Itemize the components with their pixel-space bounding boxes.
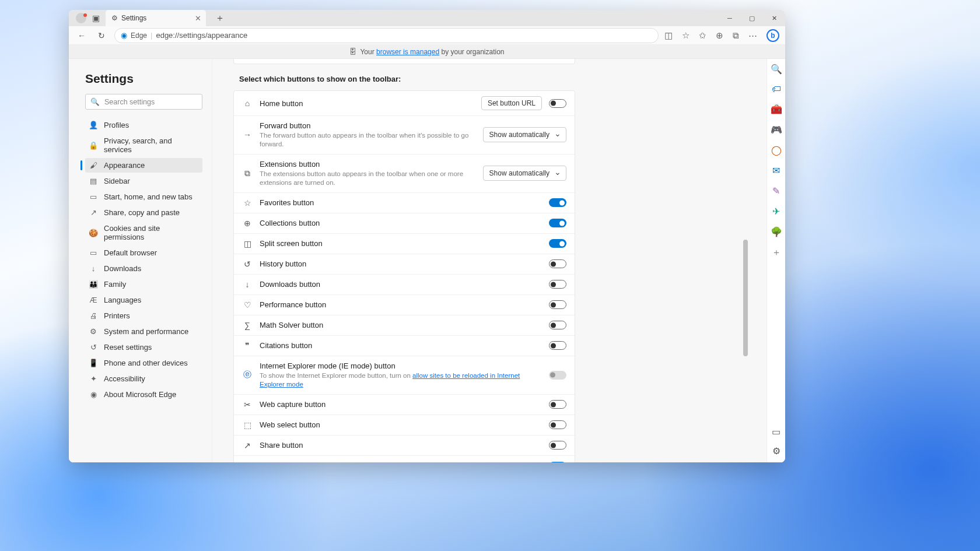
feedback-toggle[interactable] — [549, 462, 566, 462]
row-webselect: ⬚ Web select button — [234, 415, 575, 436]
favorite-star-icon[interactable]: ☆ — [682, 30, 690, 41]
rail-search-icon[interactable]: 🔍 — [771, 64, 782, 75]
browser-icon: ▭ — [89, 248, 98, 257]
row-mathsolver: ∑ Math Solver button — [234, 315, 575, 336]
rail-panel-icon[interactable]: ▭ — [772, 426, 780, 437]
close-window-button[interactable]: ✕ — [763, 10, 785, 26]
row-performance: ♡ Performance button — [234, 295, 575, 315]
rail-add-icon[interactable]: ＋ — [772, 247, 781, 259]
rail-games-icon[interactable]: 🎮 — [771, 124, 782, 135]
sidebar-item-default-browser[interactable]: ▭Default browser — [85, 245, 202, 260]
row-webcapture: ✂ Web capture button — [234, 395, 575, 415]
share-toggle[interactable] — [549, 441, 566, 450]
profile-avatar-icon[interactable] — [76, 13, 86, 23]
extensions-dropdown[interactable]: Show automatically — [483, 166, 566, 181]
edge-sidebar: 🔍 🏷 🧰 🎮 ◯ ✉ ✎ ✈ 🌳 ＋ ▭ ⚙ — [766, 59, 785, 462]
history-toggle[interactable] — [549, 259, 566, 268]
star-icon: ☆ — [242, 198, 253, 208]
rail-settings-icon[interactable]: ⚙ — [772, 445, 780, 457]
collections-toggle[interactable] — [549, 219, 566, 227]
row-extensions: ⧉ Extensions button The extensions butto… — [234, 155, 575, 193]
search-settings-input[interactable]: 🔍 Search settings — [85, 94, 202, 110]
address-field[interactable]: ◉ Edge | edge://settings/appearance — [114, 28, 659, 43]
sidebar-item-appearance[interactable]: 🖌Appearance — [85, 158, 202, 173]
webcapture-icon: ✂ — [242, 400, 253, 409]
browser-window: ▣ ⚙ Settings ✕ ＋ ─ ▢ ✕ ← ↻ ◉ Edge | edge… — [69, 10, 785, 462]
url-text: edge://settings/appearance — [156, 31, 247, 40]
row-feedback: ☺ Feedback button — [234, 456, 575, 462]
webcapture-toggle[interactable] — [549, 400, 566, 409]
rail-drop-icon[interactable]: ✈ — [772, 206, 780, 217]
refresh-button[interactable]: ↻ — [94, 29, 108, 43]
bing-chat-icon[interactable]: b — [766, 29, 779, 42]
toolbar-buttons-card: ⌂ Home button Set button URL → Forward b… — [233, 90, 575, 462]
tab-settings[interactable]: ⚙ Settings ✕ — [106, 10, 206, 26]
downloads-toggle[interactable] — [549, 280, 566, 289]
accessibility-icon: ✦ — [89, 374, 98, 383]
rail-outlook-icon[interactable]: ✉ — [772, 165, 780, 176]
scrollbar[interactable] — [743, 59, 748, 462]
sidebar-item-reset[interactable]: ↺Reset settings — [85, 340, 202, 355]
managed-link[interactable]: browser is managed — [376, 48, 439, 56]
sidebar-item-family[interactable]: 👪Family — [85, 277, 202, 292]
cookie-icon: 🍪 — [89, 229, 98, 237]
favorites-toggle[interactable] — [549, 198, 566, 207]
rail-tools-icon[interactable]: 🧰 — [771, 104, 782, 115]
collections-row-icon: ⊕ — [242, 219, 253, 228]
performance-toggle[interactable] — [549, 300, 566, 309]
sidebar-item-system[interactable]: ⚙System and performance — [85, 324, 202, 339]
rail-shopping-icon[interactable]: 🏷 — [772, 84, 781, 94]
titlebar: ▣ ⚙ Settings ✕ ＋ ─ ▢ ✕ — [69, 10, 785, 26]
sidebar-item-downloads[interactable]: ↓Downloads — [85, 261, 202, 276]
sidebar-item-cookies[interactable]: 🍪Cookies and site permissions — [85, 221, 202, 244]
download-icon: ↓ — [89, 264, 98, 273]
mathsolver-toggle[interactable] — [549, 321, 566, 329]
sidebar-item-sidebar[interactable]: ▤Sidebar — [85, 174, 202, 188]
gear-icon: ⚙ — [111, 14, 118, 22]
citations-toggle[interactable] — [549, 341, 566, 350]
sidebar-item-privacy[interactable]: 🔒Privacy, search, and services — [85, 134, 202, 157]
ie-toggle — [549, 371, 566, 380]
ie-icon: ⓔ — [242, 370, 253, 380]
scrollbar-thumb[interactable] — [743, 240, 748, 356]
rail-edit-icon[interactable]: ✎ — [772, 185, 780, 196]
rail-office-icon[interactable]: ◯ — [771, 145, 782, 156]
row-downloads: ↓ Downloads button — [234, 275, 575, 295]
sidebar-item-share[interactable]: ↗Share, copy and paste — [85, 205, 202, 220]
performance-icon: ♡ — [242, 300, 253, 310]
share-icon: ↗ — [89, 208, 98, 217]
home-toggle[interactable] — [549, 99, 566, 108]
extensions-icon[interactable]: ⧉ — [733, 30, 739, 41]
collections-icon[interactable]: ⊕ — [716, 30, 723, 41]
workspaces-icon[interactable]: ▣ — [92, 13, 100, 23]
sidebar-item-languages[interactable]: ÆLanguages — [85, 293, 202, 307]
sidebar-item-accessibility[interactable]: ✦Accessibility — [85, 371, 202, 386]
tab-close-icon[interactable]: ✕ — [195, 14, 201, 23]
rail-tree-icon[interactable]: 🌳 — [771, 226, 782, 237]
maximize-button[interactable]: ▢ — [741, 10, 763, 26]
new-tab-button[interactable]: ＋ — [212, 12, 228, 24]
printer-icon: 🖨 — [89, 311, 98, 320]
more-icon[interactable]: ⋯ — [748, 30, 757, 41]
favorites-list-icon[interactable]: ✩ — [699, 30, 706, 41]
sidebar-item-phone[interactable]: 📱Phone and other devices — [85, 356, 202, 370]
back-button[interactable]: ← — [75, 29, 89, 43]
sidebar-item-about[interactable]: ◉About Microsoft Edge — [85, 387, 202, 402]
split-screen-icon[interactable]: ◫ — [664, 30, 673, 41]
row-favorites: ☆ Favorites button — [234, 193, 575, 213]
sidebar-item-profiles[interactable]: 👤Profiles — [85, 118, 202, 132]
row-collections: ⊕ Collections button — [234, 213, 575, 234]
extensions-row-icon: ⧉ — [242, 169, 253, 178]
webselect-icon: ⬚ — [242, 420, 253, 430]
quote-icon: ❞ — [242, 341, 253, 350]
forward-dropdown[interactable]: Show automatically — [483, 127, 566, 142]
section-title: Select which buttons to show on the tool… — [233, 64, 575, 90]
sidebar-item-printers[interactable]: 🖨Printers — [85, 308, 202, 323]
set-home-url-button[interactable]: Set button URL — [481, 96, 542, 110]
splitscreen-toggle[interactable] — [549, 239, 566, 248]
forward-icon: → — [242, 130, 253, 139]
minimize-button[interactable]: ─ — [719, 10, 741, 26]
webselect-toggle[interactable] — [549, 420, 566, 429]
sidebar-item-start[interactable]: ▭Start, home, and new tabs — [85, 189, 202, 204]
family-icon: 👪 — [89, 280, 98, 289]
